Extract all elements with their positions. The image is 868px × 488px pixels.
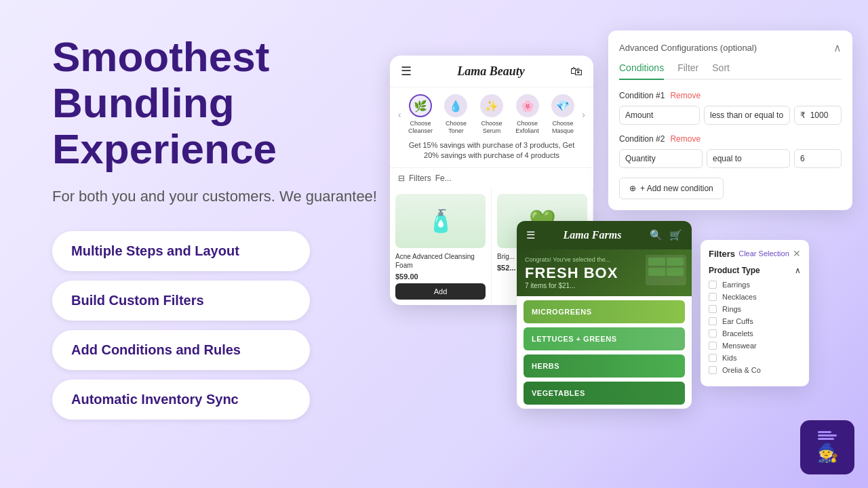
filter-option-menswear[interactable]: Menswear — [709, 342, 801, 350]
filter-option-bracelets[interactable]: Bracelets — [709, 329, 801, 338]
config-title-row: Advanced Configurations (optional) ∧ — [619, 41, 842, 54]
feature-btn-inventory-sync[interactable]: Automatic Inventory Sync — [52, 380, 310, 420]
filter-option-orelia[interactable]: Orelia & Co — [709, 366, 801, 374]
filter-checkbox-ear-cuffs[interactable] — [709, 317, 717, 325]
farms-cart-icon[interactable]: 🛒 — [669, 229, 682, 241]
step-1-label: ChooseCleanser — [408, 120, 433, 135]
features-label: Fe... — [435, 174, 452, 183]
filter-checkbox-menswear[interactable] — [709, 342, 717, 350]
hero-title: Smoothest Bundling Experience — [52, 34, 378, 173]
feature-btn-custom-filters[interactable]: Build Custom Filters — [52, 281, 310, 321]
product-1-price: $59.00 — [395, 272, 486, 281]
product-type-label: Product Type — [709, 266, 760, 275]
filter-label-menswear: Menswear — [722, 342, 757, 350]
savings-text: Get 15% savings with purchase of 3 produ… — [390, 138, 593, 168]
category-lettuces[interactable]: LETTUCES + GREENS — [524, 327, 685, 350]
filter-checkbox-orelia[interactable] — [709, 366, 717, 374]
tab-filter[interactable]: Filter — [677, 62, 698, 80]
product-type-section-header: Product Type ∧ — [709, 266, 801, 275]
condition-2-header: Condition #2 Remove — [619, 134, 842, 144]
cart-icon[interactable]: 🛍 — [570, 64, 583, 79]
farms-header: ☰ Lama Farms 🔍 🛒 — [517, 221, 692, 249]
hero-subtitle: For both you and your customers. We guar… — [52, 186, 378, 207]
filter-label-necklaces: Necklaces — [722, 293, 757, 301]
feature-btn-conditions[interactable]: Add Conditions and Rules — [52, 330, 310, 370]
category-herbs[interactable]: HERBS — [524, 354, 685, 378]
filter-option-rings[interactable]: Rings — [709, 305, 801, 313]
logo-wizard-icon: 🧙 — [816, 443, 838, 464]
step-4-circle: 🌸 — [516, 94, 539, 117]
step-4[interactable]: 🌸 ChooseExfoliant — [509, 94, 545, 135]
thumb-img-2 — [667, 258, 684, 266]
config-tabs: Conditions Filter Sort — [619, 62, 842, 80]
hamburger-icon[interactable]: ☰ — [401, 64, 412, 79]
filter-checkbox-earrings[interactable] — [709, 281, 717, 289]
filter-label-kids: Kids — [722, 354, 736, 362]
step-2-label: ChooseToner — [446, 120, 467, 135]
category-vegetables[interactable]: VEGETABLES — [524, 382, 685, 405]
tab-sort[interactable]: Sort — [712, 62, 730, 80]
product-1-name: Acne Advanced Cleansing Foam — [395, 252, 486, 270]
condition-2-block: Condition #2 Remove Quantity equal to — [619, 134, 842, 168]
step-5-circle: 💎 — [551, 94, 574, 117]
tab-conditions[interactable]: Conditions — [619, 62, 664, 80]
step-4-label: ChooseExfoliant — [515, 120, 539, 135]
add-condition-button[interactable]: ⊕ + Add new condition — [619, 178, 724, 199]
filters-close-icon[interactable]: ✕ — [793, 248, 801, 259]
category-microgreens[interactable]: MICROGREENS — [524, 300, 685, 323]
farms-banner-thumbnail — [646, 255, 686, 285]
filter-checkbox-necklaces[interactable] — [709, 293, 717, 301]
thumb-img-3 — [648, 268, 665, 276]
farms-app-mockup: ☰ Lama Farms 🔍 🛒 Congrats! You've select… — [517, 221, 692, 409]
condition-2-field-select[interactable]: Quantity — [619, 149, 703, 168]
condition-1-field-select[interactable]: Amount — [619, 106, 700, 125]
step-5[interactable]: 💎 ChooseMasque — [545, 94, 581, 135]
condition-2-row: Quantity equal to — [619, 149, 842, 168]
farms-search-icon[interactable]: 🔍 — [650, 229, 663, 241]
logo-badge: 🧙 — [800, 420, 854, 474]
filters-panel: Filters Clear Selection ✕ Product Type ∧… — [701, 240, 809, 386]
farms-hamburger-icon[interactable]: ☰ — [526, 229, 535, 241]
product-card-1: 🧴 Acne Advanced Cleansing Foam $59.00 Ad… — [390, 188, 492, 305]
farms-header-icons: 🔍 🛒 — [650, 229, 682, 241]
feature-btn-multiple-steps[interactable]: Multiple Steps and Layout — [52, 231, 310, 271]
thumb-img-1 — [648, 258, 665, 266]
filters-panel-header: Filters Clear Selection ✕ — [709, 248, 801, 259]
filter-option-kids[interactable]: Kids — [709, 354, 801, 362]
step-2[interactable]: 💧 ChooseToner — [438, 94, 474, 135]
config-close-icon[interactable]: ∧ — [833, 41, 842, 54]
filter-checkbox-bracelets[interactable] — [709, 329, 717, 338]
filters-bar: ⊟ Filters Fe... — [390, 167, 593, 188]
condition-2-label: Condition #2 — [619, 134, 665, 144]
mobile-header: ☰ Lama Beauty 🛍 — [390, 56, 593, 87]
step-3-circle: ✨ — [480, 94, 503, 117]
filter-icon: ⊟ — [398, 174, 405, 183]
step-1-circle: 🌿 — [409, 94, 432, 117]
filter-option-necklaces[interactable]: Necklaces — [709, 293, 801, 301]
chevron-down-icon[interactable]: ∧ — [795, 266, 801, 275]
condition-2-remove[interactable]: Remove — [670, 134, 701, 144]
filter-label-rings: Rings — [722, 305, 741, 313]
condition-1-operator-select[interactable]: less than or equal to — [704, 106, 790, 125]
step-1[interactable]: 🌿 ChooseCleanser — [403, 94, 439, 135]
condition-2-operator-select[interactable]: equal to — [707, 149, 790, 168]
logo-line-1 — [818, 431, 831, 433]
condition-1-label: Condition #1 — [619, 91, 665, 100]
filter-label-bracelets: Bracelets — [722, 329, 753, 338]
step-3[interactable]: ✨ ChooseSerum — [474, 94, 510, 135]
filters-panel-title: Filters — [709, 249, 735, 259]
add-product-1-button[interactable]: Add — [395, 283, 486, 300]
filter-checkbox-rings[interactable] — [709, 305, 717, 313]
filter-checkbox-kids[interactable] — [709, 354, 717, 362]
filter-option-earrings[interactable]: Earrings — [709, 281, 801, 289]
condition-1-remove[interactable]: Remove — [670, 91, 701, 100]
condition-2-value-input[interactable] — [794, 149, 842, 168]
clear-selection-link[interactable]: Clear Selection — [738, 249, 789, 258]
filter-option-ear-cuffs[interactable]: Ear Cuffs — [709, 317, 801, 325]
logo-line-3 — [818, 438, 834, 440]
condition-1-value-input[interactable] — [794, 106, 842, 125]
next-step-icon[interactable]: › — [580, 109, 587, 120]
farms-brand: Lama Farms — [564, 229, 622, 241]
config-panel-title: Advanced Configurations (optional) — [619, 43, 757, 53]
prev-step-icon[interactable]: ‹ — [397, 109, 403, 120]
